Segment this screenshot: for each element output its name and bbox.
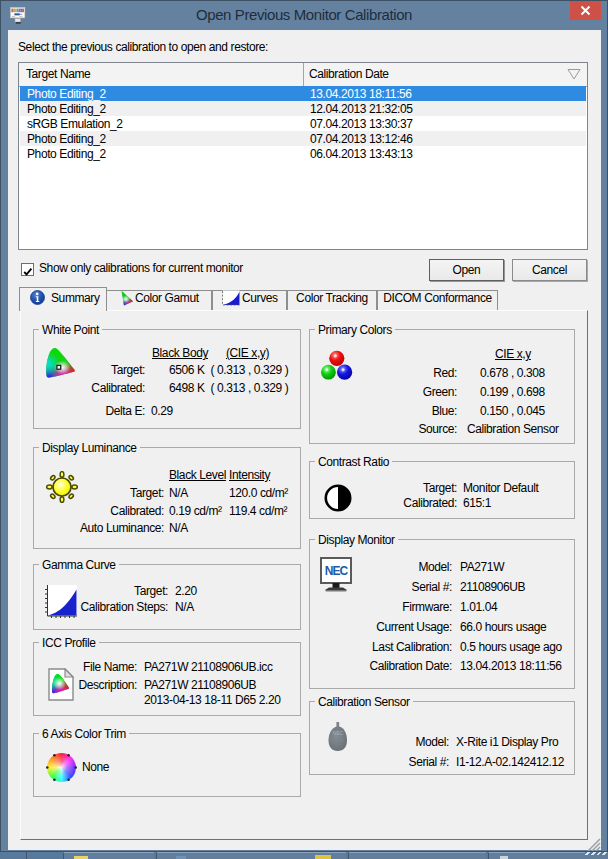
svg-text:NEC: NEC (325, 564, 349, 578)
svg-text:NEC: NEC (333, 730, 344, 736)
